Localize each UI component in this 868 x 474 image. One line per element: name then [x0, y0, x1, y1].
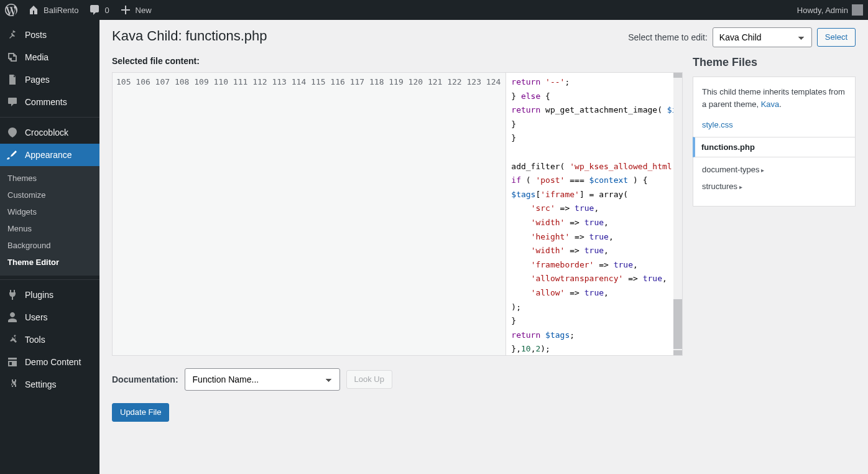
code-editor[interactable]: 105 106 107 108 109 110 111 112 113 114 …	[112, 72, 683, 356]
sidebar-item-media[interactable]: Media	[0, 46, 99, 68]
content-area: Kava Child: functions.php Select theme t…	[99, 20, 868, 474]
sidebar-item-appearance[interactable]: Appearance	[0, 144, 99, 166]
site-name: BaliRento	[44, 6, 78, 15]
line-numbers: 105 106 107 108 109 110 111 112 113 114 …	[113, 73, 506, 355]
lookup-button[interactable]: Look Up	[346, 370, 392, 389]
page-icon	[6, 73, 19, 86]
scroll-arrow-up[interactable]	[673, 73, 682, 78]
admin-sidebar: PostsMediaPagesCommentsCrocoblockAppeara…	[0, 20, 99, 474]
select-button[interactable]: Select	[817, 28, 856, 47]
submenu-item-background[interactable]: Background	[0, 237, 99, 254]
comment-icon	[88, 4, 101, 16]
update-file-button[interactable]: Update File	[112, 403, 169, 422]
file-document-types[interactable]: document-types	[702, 161, 846, 178]
file-structures[interactable]: structures	[702, 178, 846, 195]
selected-file-label: Selected file content:	[112, 56, 683, 66]
scroll-arrow-down[interactable]	[673, 350, 682, 355]
comments-link[interactable]: 0	[88, 4, 109, 16]
select-theme-label: Select theme to edit:	[628, 32, 708, 42]
code-content[interactable]: return '--'; } else { return wp_get_atta…	[506, 73, 682, 355]
file-list: style.cssfunctions.phpdocument-typesstru…	[702, 116, 846, 195]
theme-select[interactable]: Kava Child	[713, 27, 812, 47]
submenu-item-theme-editor[interactable]: Theme Editor	[0, 254, 99, 271]
wordpress-icon	[5, 4, 17, 16]
new-content-link[interactable]: New	[119, 4, 152, 16]
sidebar-item-demo-content[interactable]: Demo Content	[0, 351, 99, 373]
howdy-user-link[interactable]: Howdy, Admin	[797, 4, 863, 16]
media-icon	[6, 51, 19, 63]
demo-icon	[6, 356, 19, 368]
settings-icon	[6, 378, 19, 391]
sidebar-item-plugins[interactable]: Plugins	[0, 284, 99, 306]
croco-icon	[6, 126, 19, 139]
comment-icon	[6, 96, 19, 108]
documentation-select[interactable]: Function Name...	[185, 368, 340, 391]
sidebar-item-posts[interactable]: Posts	[0, 24, 99, 46]
page-title: Kava Child: functions.php	[112, 28, 267, 44]
theme-files-title: Theme Files	[693, 56, 856, 69]
sidebar-item-pages[interactable]: Pages	[0, 68, 99, 91]
plugin-icon	[6, 289, 19, 301]
comment-count: 0	[104, 6, 109, 15]
scrollbar-track[interactable]	[673, 73, 682, 355]
sidebar-item-crocoblock[interactable]: Crocoblock	[0, 121, 99, 144]
brush-icon	[6, 149, 19, 161]
site-home-link[interactable]: BaliRento	[27, 4, 78, 16]
parent-theme-link[interactable]: Kava	[761, 100, 780, 109]
wp-logo[interactable]	[5, 4, 17, 16]
file-style-css[interactable]: style.css	[702, 116, 846, 133]
pin-icon	[6, 29, 19, 41]
sidebar-item-settings[interactable]: Settings	[0, 373, 99, 396]
submenu-item-menus[interactable]: Menus	[0, 220, 99, 237]
new-label: New	[136, 6, 152, 15]
plus-icon	[119, 4, 132, 16]
submenu-item-themes[interactable]: Themes	[0, 170, 99, 187]
file-functions-php[interactable]: functions.php	[693, 137, 856, 157]
sidebar-item-comments[interactable]: Comments	[0, 91, 99, 113]
admin-toolbar: BaliRento 0 New Howdy, Admin	[0, 0, 868, 20]
submenu-item-customize[interactable]: Customize	[0, 187, 99, 203]
avatar	[852, 4, 863, 16]
documentation-label: Documentation:	[112, 374, 178, 384]
appearance-submenu: ThemesCustomizeWidgetsMenusBackgroundThe…	[0, 166, 99, 276]
user-icon	[6, 311, 19, 323]
wrench-icon	[6, 333, 19, 346]
home-icon	[27, 4, 40, 16]
theme-files-panel: This child theme inherits templates from…	[693, 77, 856, 207]
sidebar-item-tools[interactable]: Tools	[0, 328, 99, 351]
sidebar-item-users[interactable]: Users	[0, 306, 99, 328]
scroll-thumb[interactable]	[673, 299, 682, 349]
submenu-item-widgets[interactable]: Widgets	[0, 203, 99, 220]
